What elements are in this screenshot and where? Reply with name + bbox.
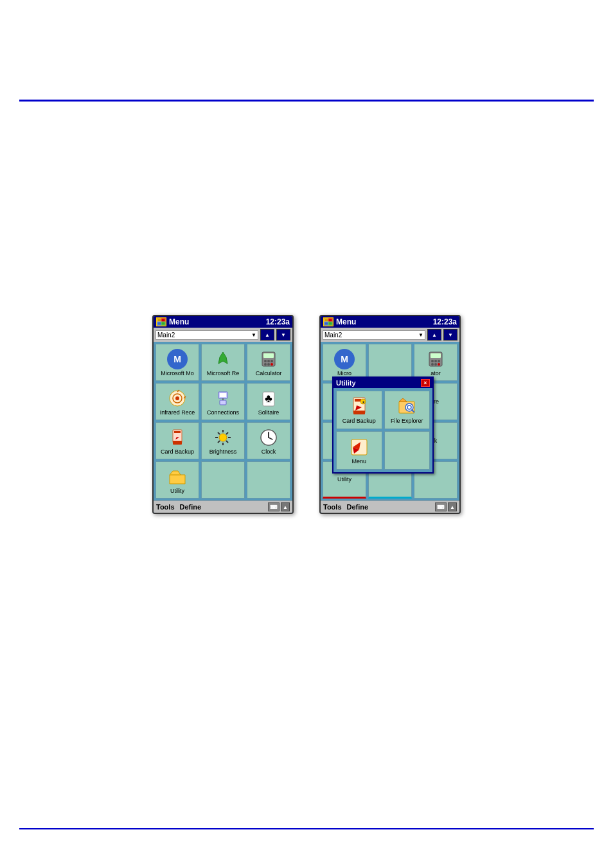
svg-line-33 <box>226 432 228 434</box>
app-solitaire[interactable]: ♣ Solitaire <box>247 383 290 420</box>
svg-rect-24 <box>174 431 181 433</box>
calculator-icon <box>258 349 279 369</box>
left-app-grid: M Microsoft Mo Microsoft Re Calculator <box>155 344 290 499</box>
right-scroll-arrow[interactable]: ▲ <box>448 502 457 511</box>
ms-mobile-icon: M <box>167 349 188 369</box>
right-define-label[interactable]: Define <box>347 503 369 511</box>
svg-line-32 <box>226 441 228 443</box>
left-dropdown[interactable]: Main2 ▼ <box>155 330 258 340</box>
svg-rect-45 <box>431 353 441 358</box>
app-infrared[interactable]: Infrared Rece <box>155 383 199 420</box>
svg-rect-38 <box>324 319 328 322</box>
svg-point-48 <box>438 360 440 362</box>
svg-rect-41 <box>328 322 332 325</box>
utility-file-explorer-icon <box>396 396 417 417</box>
svg-rect-54 <box>353 411 365 414</box>
app-connections[interactable]: Connections <box>201 383 245 420</box>
left-tools-label[interactable]: Tools <box>156 503 175 511</box>
right-app-grid-area: M Micro ator Infra <box>321 342 459 500</box>
app-empty-2 <box>247 461 290 499</box>
svg-point-26 <box>219 434 227 441</box>
svg-text:★: ★ <box>361 400 364 404</box>
left-keyboard-icon[interactable]: ⌨ <box>268 502 280 511</box>
app-calculator[interactable]: Calculator <box>247 344 290 381</box>
svg-rect-53 <box>355 399 361 402</box>
right-nav-up[interactable]: ▲ <box>427 329 441 341</box>
svg-point-50 <box>434 363 437 366</box>
utility-card-backup[interactable]: ★ Card Backup <box>336 391 382 429</box>
right-app-empty-r1 <box>368 344 412 381</box>
left-scroll-arrow[interactable]: ▲ <box>281 502 290 511</box>
svg-point-16 <box>175 396 179 400</box>
device-right-wrapper: Menu 12:23a Main2 ▼ ▲ ▼ M <box>319 315 461 514</box>
connections-label: Connections <box>207 410 239 416</box>
bottom-rule <box>19 828 594 829</box>
right-nav-down[interactable]: ▼ <box>443 329 458 341</box>
left-nav-up[interactable]: ▲ <box>260 329 274 341</box>
left-titlebar: Menu 12:23a <box>154 316 292 328</box>
left-define-label[interactable]: Define <box>180 503 202 511</box>
screens-container: Menu 12:23a Main2 ▼ ▲ ▼ M Microsoft Mo <box>152 315 461 514</box>
svg-point-47 <box>434 360 437 362</box>
utility-popup-titlebar: Utility × <box>333 378 432 388</box>
svg-rect-2 <box>157 322 161 325</box>
top-rule <box>19 100 594 102</box>
clock-label: Clock <box>262 449 276 456</box>
svg-rect-39 <box>328 319 332 322</box>
left-time: 12:23a <box>266 317 290 326</box>
solitaire-label: Solitaire <box>258 410 280 416</box>
right-dropdown[interactable]: Main2 ▼ <box>323 330 425 340</box>
svg-rect-40 <box>324 322 328 325</box>
utility-empty <box>384 431 431 470</box>
utility-close-button[interactable]: × <box>421 379 430 387</box>
app-microsoft-mobile[interactable]: M Microsoft Mo <box>155 344 199 381</box>
right-tools-label[interactable]: Tools <box>323 503 342 511</box>
utility-popup-title: Utility <box>336 379 356 387</box>
svg-rect-25 <box>173 441 182 445</box>
left-nav-down[interactable]: ▼ <box>276 329 290 341</box>
svg-line-34 <box>218 441 220 443</box>
utility-label: Utility <box>170 488 184 495</box>
svg-line-31 <box>218 432 220 434</box>
svg-point-11 <box>264 363 267 366</box>
app-brightness[interactable]: Brightness <box>201 422 245 459</box>
right-ms-mobile-icon: M <box>334 349 355 369</box>
card-backup-label: Card Backup <box>161 449 194 456</box>
right-keyboard-icon[interactable]: ⌨ <box>435 502 447 511</box>
svg-text:M: M <box>341 354 348 364</box>
right-calc-label: ator <box>431 371 441 377</box>
svg-rect-18 <box>220 393 226 397</box>
app-microsoft-reader[interactable]: Microsoft Re <box>201 344 245 381</box>
utility-menu-icon <box>349 437 369 457</box>
left-title-text: Menu <box>169 317 189 326</box>
right-app-calc[interactable]: ator <box>414 344 458 381</box>
brightness-icon <box>213 427 233 448</box>
utility-icon <box>167 466 188 487</box>
right-ms-mobile-label: Micro <box>337 371 351 377</box>
svg-point-12 <box>267 363 270 366</box>
calculator-label: Calculator <box>256 371 282 377</box>
connections-icon <box>213 388 233 409</box>
svg-text:M: M <box>173 354 181 364</box>
right-app-ms-mobile[interactable]: M Micro <box>323 344 366 381</box>
device-left: Menu 12:23a Main2 ▼ ▲ ▼ M Microsoft Mo <box>152 315 294 514</box>
right-time: 12:23a <box>433 317 457 326</box>
app-clock[interactable]: Clock <box>247 422 290 459</box>
app-utility[interactable]: Utility <box>155 461 199 499</box>
svg-point-51 <box>438 363 440 366</box>
svg-text:♣: ♣ <box>265 392 272 405</box>
utility-file-explorer[interactable]: File Explorer <box>384 391 431 429</box>
utility-card-backup-icon: ★ <box>349 396 369 417</box>
left-title-icon <box>156 317 166 326</box>
utility-file-explorer-label: File Explorer <box>391 418 423 425</box>
right-dropdown-bar: Main2 ▼ ▲ ▼ <box>321 328 459 342</box>
solitaire-icon: ♣ <box>258 388 279 409</box>
right-bottom-toolbar: Tools Define ⌨ ▲ <box>321 500 459 513</box>
svg-point-46 <box>431 360 434 362</box>
svg-rect-7 <box>263 353 274 358</box>
utility-menu[interactable]: Menu <box>336 431 382 470</box>
clock-icon <box>258 427 279 448</box>
app-empty-1 <box>201 461 245 499</box>
app-card-backup[interactable]: Card Backup <box>155 422 199 459</box>
svg-rect-19 <box>220 400 226 405</box>
